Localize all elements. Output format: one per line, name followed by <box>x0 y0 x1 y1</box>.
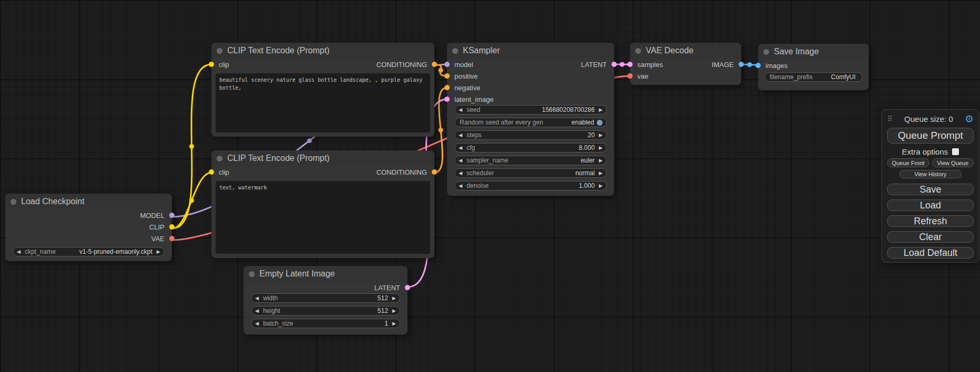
output-slot-vae-dot[interactable] <box>169 236 174 241</box>
queue-prompt-button[interactable]: Queue Prompt <box>887 128 974 144</box>
widget-random-seed-toggle[interactable]: Random seed after every gen enabled <box>454 118 607 127</box>
increment-arrow-icon[interactable]: ▶ <box>599 108 603 112</box>
widget-height[interactable]: ◀ height 512 ▶ <box>251 306 400 316</box>
input-slot-label: clip <box>219 168 229 176</box>
decrement-arrow-icon[interactable]: ◀ <box>459 184 462 188</box>
clear-button[interactable]: Clear <box>887 231 974 243</box>
view-queue-button[interactable]: View Queue <box>932 158 974 167</box>
widget-filename-prefix[interactable]: filename_prefix ComfyUI <box>764 72 862 82</box>
output-slot-image-dot[interactable] <box>739 62 744 67</box>
collapse-dot-icon[interactable] <box>249 271 255 277</box>
widget-value: enabled <box>571 119 594 126</box>
widget-batch-size[interactable]: ◀ batch_size 1 ▶ <box>251 319 400 328</box>
decrement-arrow-icon[interactable]: ◀ <box>459 146 462 150</box>
widget-value: 8.000 <box>579 144 595 151</box>
node-graph-canvas[interactable]: Load Checkpoint MODEL CLIP VAE ◀ ckpt_na… <box>0 0 980 372</box>
decrement-arrow-icon[interactable]: ◀ <box>255 321 259 326</box>
prompt-textarea[interactable]: beautiful scenery nature glass bottle la… <box>216 73 430 132</box>
input-slot-vae-dot[interactable] <box>627 73 633 79</box>
prompt-textarea[interactable]: text, watermark <box>216 181 430 254</box>
widget-steps[interactable]: ◀ steps 20 ▶ <box>454 130 607 140</box>
node-title-bar[interactable]: Load Checkpoint <box>5 194 172 209</box>
collapse-dot-icon[interactable] <box>635 48 641 54</box>
load-button[interactable]: Load <box>887 199 974 211</box>
input-slot-negative-dot[interactable] <box>444 85 450 90</box>
increment-arrow-icon[interactable]: ▶ <box>599 158 603 163</box>
link-midpoint-dot <box>189 144 194 149</box>
extra-options-checkbox[interactable] <box>952 148 959 155</box>
settings-gear-icon[interactable]: ⚙ <box>965 114 974 124</box>
decrement-arrow-icon[interactable]: ◀ <box>459 108 462 112</box>
input-slot-positive-dot[interactable] <box>444 73 450 79</box>
refresh-button[interactable]: Refresh <box>887 215 974 227</box>
widget-width[interactable]: ◀ width 512 ▶ <box>251 293 400 303</box>
node-title-bar[interactable]: CLIP Text Encode (Prompt) <box>211 150 434 166</box>
increment-arrow-icon[interactable]: ▶ <box>392 296 396 301</box>
widget-seed[interactable]: ◀ seed 156680208700286 ▶ <box>454 105 607 115</box>
widget-label: height <box>263 307 280 314</box>
save-button[interactable]: Save <box>887 184 974 195</box>
node-title-bar[interactable]: KSampler <box>447 43 614 59</box>
load-default-button[interactable]: Load Default <box>887 247 974 259</box>
widget-cfg[interactable]: ◀ cfg 8.000 ▶ <box>454 143 607 152</box>
decrement-arrow-icon[interactable]: ◀ <box>459 171 462 176</box>
slot-row: samples IMAGE <box>630 59 741 70</box>
collapse-dot-icon[interactable] <box>217 156 222 161</box>
node-title-bar[interactable]: CLIP Text Encode (Prompt) <box>211 43 434 59</box>
increment-arrow-icon[interactable]: ▶ <box>392 309 396 313</box>
output-slot-model-dot[interactable] <box>169 213 174 218</box>
output-slot-conditioning-dot[interactable] <box>432 169 437 175</box>
slot-row: CLIP <box>5 221 172 233</box>
toggle-knob-icon[interactable] <box>597 120 603 126</box>
node-vae-decode[interactable]: VAE Decode samples IMAGE vae <box>630 43 741 85</box>
node-clip-text-encode-negative[interactable]: CLIP Text Encode (Prompt) clip CONDITION… <box>211 150 434 258</box>
collapse-dot-icon[interactable] <box>217 48 222 54</box>
increment-arrow-icon[interactable]: ▶ <box>599 171 603 176</box>
decrement-arrow-icon[interactable]: ◀ <box>255 309 259 313</box>
collapse-dot-icon[interactable] <box>452 48 458 54</box>
collapse-dot-icon[interactable] <box>11 199 16 205</box>
input-slot-images-dot[interactable] <box>755 63 761 68</box>
output-slot-clip-dot[interactable] <box>169 224 174 230</box>
input-slot-clip-dot[interactable] <box>209 62 214 67</box>
output-slot-latent-dot[interactable] <box>405 285 410 290</box>
decrement-arrow-icon[interactable]: ◀ <box>459 158 462 163</box>
increment-arrow-icon[interactable]: ▶ <box>599 146 603 150</box>
decrement-arrow-icon[interactable]: ◀ <box>17 250 21 254</box>
input-slot-model-dot[interactable] <box>444 62 450 67</box>
drag-handle-icon[interactable]: ⠿ <box>887 115 892 123</box>
node-empty-latent-image[interactable]: Empty Latent Image LATENT ◀ width 512 ▶ … <box>244 266 407 335</box>
node-title-bar[interactable]: Save Image <box>758 44 869 60</box>
widget-sampler-name[interactable]: ◀ sampler_name euler ▶ <box>454 156 607 165</box>
link-midpoint-dot <box>189 198 194 203</box>
node-ksampler[interactable]: KSampler model LATENT positive negative … <box>447 43 614 196</box>
widget-ckpt-name[interactable]: ◀ ckpt_name v1-5-pruned-emaonly.ckpt ▶ <box>13 247 164 256</box>
node-clip-text-encode-positive[interactable]: CLIP Text Encode (Prompt) clip CONDITION… <box>211 43 434 137</box>
widget-scheduler[interactable]: ◀ scheduler normal ▶ <box>454 168 607 178</box>
slot-row: MODEL <box>5 209 172 221</box>
input-slot-clip-dot[interactable] <box>209 169 214 175</box>
queue-front-button[interactable]: Queue Front <box>887 158 929 167</box>
input-slot-label: clip <box>219 61 229 69</box>
node-title-bar[interactable]: Empty Latent Image <box>244 266 407 282</box>
increment-arrow-icon[interactable]: ▶ <box>157 250 160 254</box>
view-history-button[interactable]: View History <box>899 170 962 178</box>
increment-arrow-icon[interactable]: ▶ <box>392 321 396 326</box>
collapse-dot-icon[interactable] <box>763 49 769 55</box>
link-midpoint-dot <box>439 128 443 132</box>
input-slot-latent-image-dot[interactable] <box>444 97 450 102</box>
node-save-image[interactable]: Save Image images filename_prefix ComfyU… <box>758 44 869 90</box>
output-slot-conditioning-dot[interactable] <box>432 62 437 67</box>
widget-value: 512 <box>377 294 388 302</box>
queue-buttons-row: Queue Front View Queue <box>887 158 974 167</box>
decrement-arrow-icon[interactable]: ◀ <box>255 296 259 301</box>
input-slot-samples-dot[interactable] <box>627 62 633 67</box>
node-load-checkpoint[interactable]: Load Checkpoint MODEL CLIP VAE ◀ ckpt_na… <box>5 194 172 261</box>
widget-denoise[interactable]: ◀ denoise 1.000 ▶ <box>454 181 607 190</box>
decrement-arrow-icon[interactable]: ◀ <box>459 133 462 138</box>
increment-arrow-icon[interactable]: ▶ <box>599 133 603 138</box>
link-midpoint-dot <box>748 62 752 67</box>
node-title-bar[interactable]: VAE Decode <box>630 43 741 59</box>
increment-arrow-icon[interactable]: ▶ <box>599 184 603 188</box>
output-slot-latent-dot[interactable] <box>612 62 617 67</box>
